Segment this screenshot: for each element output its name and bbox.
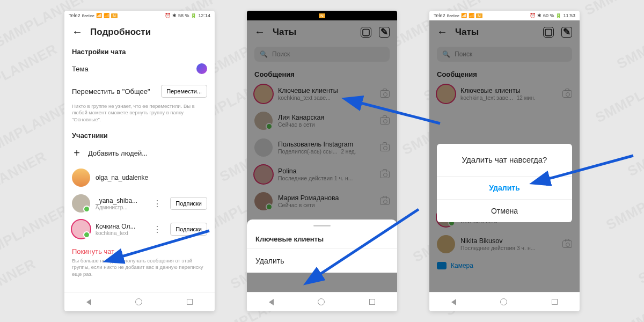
nav-back-icon[interactable] <box>86 299 91 305</box>
theme-row[interactable]: Тема <box>64 58 215 79</box>
theme-color-icon <box>196 63 207 74</box>
bluetooth-icon: ✱ <box>172 13 177 18</box>
status-bar: Tele2 Beeline 📶 📶 N ⏰ ✱ 58 % 🔋 12:14 <box>64 11 215 20</box>
subscribe-button[interactable]: Подписки <box>170 197 207 210</box>
alarm-icon: ⏰ <box>165 13 171 18</box>
page-title: Подробности <box>90 27 151 38</box>
add-people-row[interactable]: + Добавить людей... <box>64 142 215 165</box>
wifi-icon: 📶 <box>104 13 109 18</box>
bottom-sheet: Ключевые клиенты Удалить <box>247 219 397 273</box>
sim-badge: N <box>319 13 325 18</box>
android-navbar <box>247 292 397 311</box>
alarm-icon: ⏰ <box>530 13 536 18</box>
dialog-cancel-button[interactable]: Отмена <box>437 199 572 222</box>
more-icon[interactable]: ⋮ <box>150 199 165 209</box>
dialog-title: Удалить чат навсегда? <box>437 144 572 176</box>
member-row[interactable]: olga_na_udalenke <box>64 165 215 191</box>
more-icon[interactable]: ⋮ <box>150 224 165 235</box>
move-button[interactable]: Перемести... <box>161 85 207 98</box>
leave-chat-button[interactable]: Покинуть чат <box>64 242 215 258</box>
wifi-icon: 📶 <box>469 13 474 18</box>
nav-back-icon[interactable] <box>269 299 274 305</box>
avatar <box>72 220 90 238</box>
nav-home-icon[interactable] <box>135 298 142 305</box>
clock-label: 12:14 <box>198 13 210 18</box>
signal-icon: 📶 <box>96 13 102 18</box>
android-navbar <box>429 292 580 311</box>
carrier-label: Tele2 <box>69 13 80 18</box>
nav-back-icon[interactable] <box>451 299 456 305</box>
battery-label: 58 % <box>178 13 189 18</box>
nav-recent-icon[interactable] <box>187 299 193 305</box>
battery-icon: 🔋 <box>191 13 196 18</box>
section-members: Участники <box>64 127 215 142</box>
sheet-handle[interactable] <box>313 225 331 226</box>
dialog-delete-button[interactable]: Удалить <box>437 176 572 199</box>
avatar <box>72 169 90 187</box>
nav-recent-icon[interactable] <box>552 299 558 305</box>
nav-home-icon[interactable] <box>500 298 507 305</box>
move-help-text: Никто в группе не узнает, что ее перемес… <box>64 103 215 127</box>
signal-icon: 📶 <box>461 13 467 18</box>
android-navbar <box>64 292 215 311</box>
member-row[interactable]: Кочкина Ол... kochkina_text ⋮ Подписки <box>64 216 215 242</box>
phone-chats-sheet: N ← Чаты ▢ ✎ 🔍 Поиск Сообщения Ключевые … <box>247 11 397 311</box>
battery-icon: 🔋 <box>555 13 561 18</box>
section-chat-settings: Настройки чата <box>64 43 215 58</box>
confirm-dialog: Удалить чат навсегда? Удалить Отмена <box>437 144 572 222</box>
move-row: Переместить в "Общее" Перемести... <box>64 79 215 103</box>
bluetooth-icon: ✱ <box>537 13 541 18</box>
member-row[interactable]: _yana_shiba... Администр... ⋮ Подписки <box>64 191 215 216</box>
status-bar: N <box>247 11 397 20</box>
status-bar: Tele2 Beeline 📶 📶 N ⏰ ✱ 60 % 🔋 11:53 <box>429 11 580 20</box>
sheet-title: Ключевые клиенты <box>247 232 397 249</box>
avatar <box>72 194 90 213</box>
phone-details: Tele2 Beeline 📶 📶 N ⏰ ✱ 58 % 🔋 12:14 ← П… <box>64 11 215 311</box>
sim-badge: N <box>476 13 482 18</box>
nav-home-icon[interactable] <box>318 298 325 305</box>
sim-badge: N <box>111 13 118 18</box>
leave-help-text: Вы больше не будете получать сообщения о… <box>64 258 215 282</box>
nav-recent-icon[interactable] <box>369 299 375 305</box>
subscribe-button[interactable]: Подписки <box>170 223 207 236</box>
sheet-delete-option[interactable]: Удалить <box>247 249 397 273</box>
plus-icon: + <box>72 147 82 159</box>
back-icon[interactable]: ← <box>72 26 83 38</box>
phone-confirm-dialog: Tele2 Beeline 📶 📶 N ⏰ ✱ 60 % 🔋 11:53 ← Ч… <box>429 11 580 311</box>
